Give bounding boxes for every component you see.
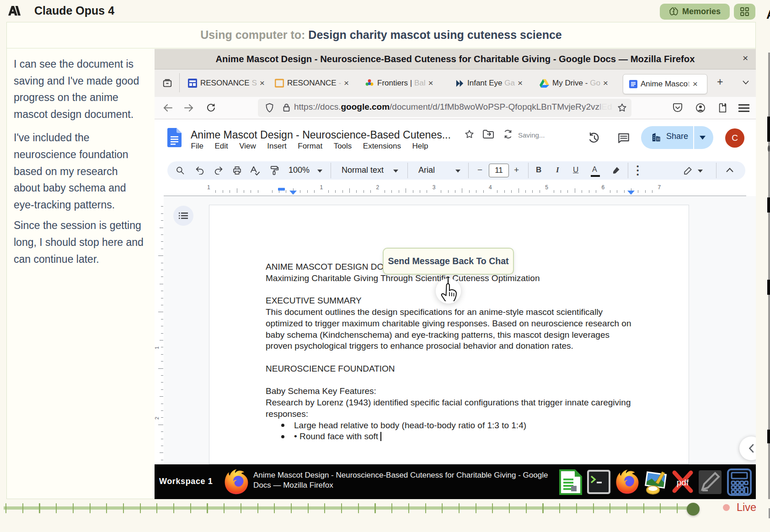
svg-text:pdf: pdf bbox=[677, 478, 689, 487]
